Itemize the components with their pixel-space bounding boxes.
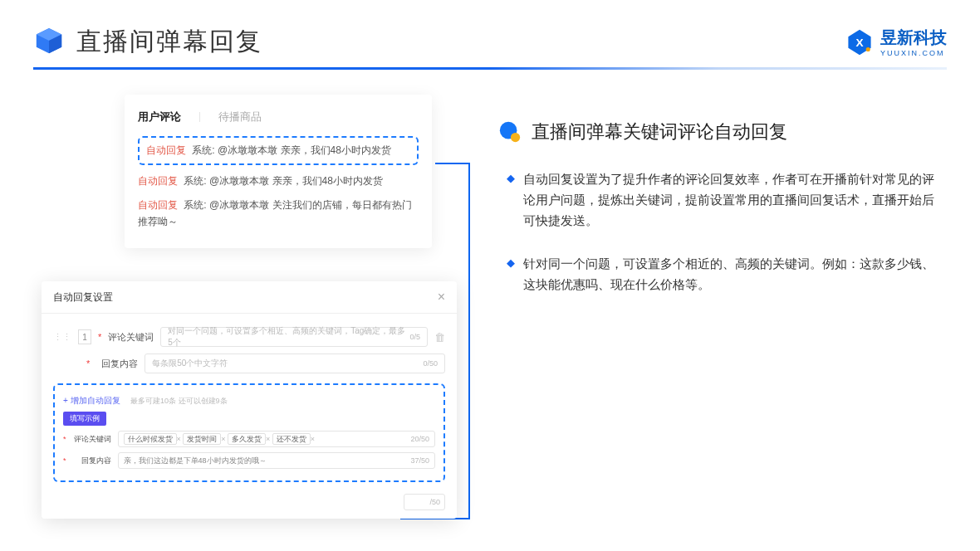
page-header: 直播间弹幕回复 X 昱新科技 YUUXIN.COM <box>0 0 980 67</box>
diamond-icon: ◆ <box>507 172 515 231</box>
sys-prefix: 系统: <box>192 144 214 156</box>
brand-logo: X 昱新科技 YUUXIN.COM <box>845 27 947 57</box>
add-auto-reply-link[interactable]: + 增加自动回复 <box>63 396 120 405</box>
close-icon[interactable]: × <box>438 290 445 305</box>
page-title: 直播间弹幕回复 <box>76 25 262 59</box>
example-keyword-input[interactable]: 什么时候发货× 发货时间× 多久发货× 还不发货× 20/50 <box>118 431 435 447</box>
content-row: * 回复内容 每条限50个中文字符 0/50 <box>53 354 445 373</box>
comment-item: 自动回复 系统: @冰墩墩本墩 亲亲，我们48小时内发货 <box>138 173 419 189</box>
bullet-list: ◆ 自动回复设置为了提升作者的评论回复效率，作者可在开播前针对常见的评论用户问题… <box>498 169 938 295</box>
comment-item: 自动回复 系统: @冰墩墩本墩 关注我们的店铺，每日都有热门推荐呦～ <box>138 197 419 229</box>
label-content: 回复内容 <box>96 358 138 370</box>
example-pill: 填写示例 <box>63 412 106 426</box>
tab-user-comments[interactable]: 用户评论 <box>138 110 181 124</box>
header-divider <box>33 67 947 70</box>
keyword-row: ⋮⋮ 1 * 评论关键词 对同一个问题，可设置多个相近、高频的关键词，Tag确定… <box>53 327 445 347</box>
brand-sub: YUUXIN.COM <box>880 49 947 57</box>
trash-icon[interactable]: 🗑 <box>434 331 445 344</box>
label-keyword: 评论关键词 <box>108 331 154 344</box>
example-box: + 增加自动回复 最多可建10条 还可以创建9条 填写示例 * 评论关键词 什么… <box>53 383 445 482</box>
section-head: 直播间弹幕关键词评论自动回复 <box>498 119 938 144</box>
section-title: 直播间弹幕关键词评论自动回复 <box>532 119 787 144</box>
tab-pending-goods[interactable]: 待播商品 <box>218 110 262 124</box>
svg-text:X: X <box>855 37 863 49</box>
cube-logo-icon <box>33 27 65 58</box>
svg-point-6 <box>511 133 520 142</box>
left-column: 用户评论 待播商品 自动回复 系统: @冰墩墩本墩 亲亲，我们48小时内发货 自… <box>42 95 457 319</box>
settings-card: 自动回复设置 × ⋮⋮ 1 * 评论关键词 对同一个问题，可设置多个相近、高频的… <box>42 281 457 519</box>
highlighted-comment: 自动回复 系统: @冰墩墩本墩 亲亲，我们48小时内发货 <box>138 136 419 165</box>
bullet-item: ◆ 针对同一个问题，可设置多个相近的、高频的关键词。例如：这款多少钱、这块能优惠… <box>507 254 938 295</box>
bullet-item: ◆ 自动回复设置为了提升作者的评论回复效率，作者可在开播前针对常见的评论用户问题… <box>507 169 938 231</box>
auto-reply-tag: 自动回复 <box>146 144 186 156</box>
svg-point-4 <box>866 46 870 51</box>
chat-bubble-icon <box>498 120 522 144</box>
required-star: * <box>98 332 101 342</box>
comment-text: @冰墩墩本墩 亲亲，我们48小时内发货 <box>218 144 391 156</box>
add-hint: 最多可建10条 还可以创建9条 <box>130 397 228 405</box>
brand-name: 昱新科技 <box>880 27 947 49</box>
footer-counter: /50 <box>404 494 445 510</box>
right-column: 直播间弹幕关键词评论自动回复 ◆ 自动回复设置为了提升作者的评论回复效率，作者可… <box>498 95 938 319</box>
bullet-text: 自动回复设置为了提升作者的评论回复效率，作者可在开播前针对常见的评论用户问题，提… <box>523 169 938 231</box>
tab-divider <box>199 112 200 122</box>
bullet-text: 针对同一个问题，可设置多个相近的、高频的关键词。例如：这款多少钱、这块能优惠吗、… <box>523 254 938 295</box>
footer-hint: /50 <box>42 490 457 519</box>
example-content-input[interactable]: 亲，我们这边都是下单48小时内发货的哦～ 37/50 <box>118 452 435 469</box>
content-input[interactable]: 每条限50个中文字符 0/50 <box>145 354 445 373</box>
index-box: 1 <box>78 329 91 344</box>
diamond-icon: ◆ <box>507 256 515 295</box>
drag-handle-icon[interactable]: ⋮⋮ <box>53 332 71 343</box>
comments-card: 用户评论 待播商品 自动回复 系统: @冰墩墩本墩 亲亲，我们48小时内发货 自… <box>125 95 432 248</box>
keyword-input[interactable]: 对同一个问题，可设置多个相近、高频的关键词，Tag确定，最多5个 0/5 <box>160 327 428 347</box>
settings-title: 自动回复设置 <box>53 290 113 305</box>
brand-icon: X <box>845 28 874 56</box>
example-keyword-row: * 评论关键词 什么时候发货× 发货时间× 多久发货× 还不发货× 20/50 <box>63 431 435 447</box>
tabs: 用户评论 待播商品 <box>138 110 419 124</box>
example-content-row: * 回复内容 亲，我们这边都是下单48小时内发货的哦～ 37/50 <box>63 452 435 469</box>
